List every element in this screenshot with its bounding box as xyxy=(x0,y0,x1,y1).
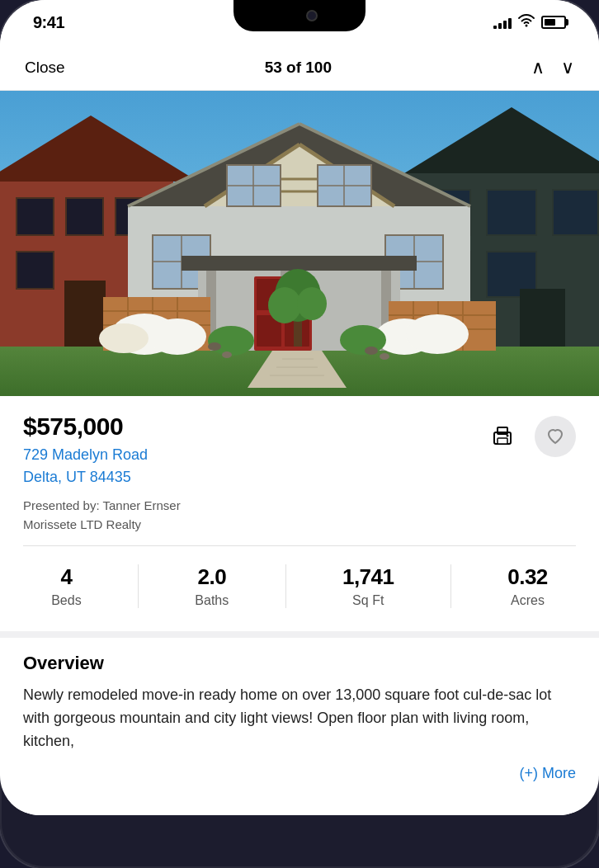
property-image xyxy=(0,91,599,396)
beds-value: 4 xyxy=(60,564,72,590)
baths-stat: 2.0 Baths xyxy=(195,564,229,608)
svg-rect-7 xyxy=(17,252,54,289)
wifi-icon xyxy=(518,14,535,31)
svg-rect-4 xyxy=(17,198,54,235)
favorite-button[interactable] xyxy=(535,416,576,457)
acres-stat: 0.32 Acres xyxy=(507,564,548,608)
beds-label: Beds xyxy=(51,593,81,608)
beds-stat: 4 Beds xyxy=(51,564,81,608)
price-section: $575,000 729 Madelyn Road Delta, UT 8443… xyxy=(23,413,148,488)
phone-inner: 9:41 xyxy=(0,0,599,815)
bottom-safe-area xyxy=(0,799,599,815)
navigation-arrows: ∧ ∨ xyxy=(531,57,574,78)
stats-row: 4 Beds 2.0 Baths 1,741 Sq Ft 0.32 Acres xyxy=(23,558,576,620)
svg-point-62 xyxy=(149,318,206,355)
property-price: $575,000 xyxy=(23,413,148,441)
svg-rect-81 xyxy=(498,438,507,444)
overview-title: Overview xyxy=(23,653,576,674)
phone-frame: 9:41 xyxy=(0,0,599,868)
presented-by-section: Presented by: Tanner Ernser Morissete LT… xyxy=(23,497,576,534)
stat-divider-3 xyxy=(450,564,451,608)
svg-rect-13 xyxy=(553,190,598,235)
listing-counter: 53 of 100 xyxy=(265,59,332,77)
svg-rect-12 xyxy=(487,190,536,235)
svg-point-66 xyxy=(268,287,301,323)
action-buttons xyxy=(482,416,576,457)
battery-icon xyxy=(541,16,566,29)
sqft-stat: 1,741 Sq Ft xyxy=(342,564,394,608)
camera-indicator xyxy=(306,10,318,21)
svg-rect-39 xyxy=(182,256,417,271)
signal-icon xyxy=(493,16,512,29)
svg-point-79 xyxy=(380,353,389,360)
next-arrow[interactable]: ∨ xyxy=(561,57,574,78)
property-address[interactable]: 729 Madelyn Road Delta, UT 84435 xyxy=(23,444,148,488)
stat-divider-1 xyxy=(138,564,139,608)
acres-label: Acres xyxy=(511,593,545,608)
price-row: $575,000 729 Madelyn Road Delta, UT 8443… xyxy=(23,413,576,488)
baths-label: Baths xyxy=(195,593,229,608)
svg-point-63 xyxy=(99,323,149,353)
sqft-value: 1,741 xyxy=(342,564,394,590)
presenter-name: Presented by: Tanner Ernser xyxy=(23,498,181,512)
address-line1: 729 Madelyn Road xyxy=(23,446,148,463)
stat-divider-2 xyxy=(285,564,286,608)
overview-section: Overview Newly remodeled move-in ready h… xyxy=(0,631,599,799)
navigation-bar: Close 53 of 100 ∧ ∨ xyxy=(0,45,599,91)
status-icons xyxy=(493,14,566,31)
status-bar: 9:41 xyxy=(0,0,599,45)
previous-arrow[interactable]: ∧ xyxy=(531,57,545,78)
svg-point-69 xyxy=(406,314,469,354)
address-line2: Delta, UT 84435 xyxy=(23,469,131,485)
svg-point-77 xyxy=(222,351,232,358)
sqft-label: Sq Ft xyxy=(352,593,384,608)
realty-name: Morissete LTD Realty xyxy=(23,517,141,531)
close-button[interactable]: Close xyxy=(25,59,65,77)
status-time: 9:41 xyxy=(33,13,64,32)
svg-rect-16 xyxy=(520,289,565,347)
acres-value: 0.32 xyxy=(507,564,548,590)
svg-rect-5 xyxy=(66,198,103,235)
svg-point-78 xyxy=(365,347,378,355)
svg-point-83 xyxy=(507,435,509,437)
stats-top-divider xyxy=(23,545,576,546)
property-details: $575,000 729 Madelyn Road Delta, UT 8443… xyxy=(0,396,599,631)
svg-point-67 xyxy=(297,287,327,320)
overview-text: Newly remodeled move-in ready home on ov… xyxy=(23,684,576,753)
notch xyxy=(233,0,366,31)
more-link[interactable]: (+) More xyxy=(23,765,576,782)
baths-value: 2.0 xyxy=(197,564,226,590)
svg-point-71 xyxy=(208,326,254,356)
svg-point-76 xyxy=(208,342,221,351)
svg-point-70 xyxy=(340,325,386,355)
print-button[interactable] xyxy=(482,416,523,457)
